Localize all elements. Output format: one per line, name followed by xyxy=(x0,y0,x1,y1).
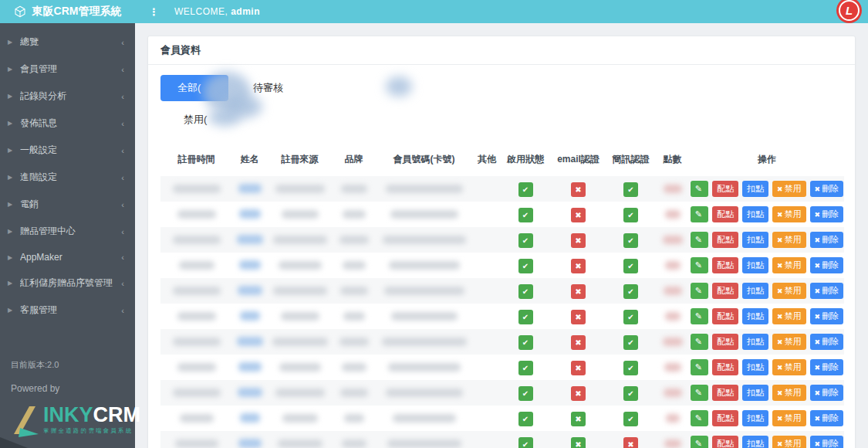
x-icon: ✖ xyxy=(815,211,821,219)
assign-points-button[interactable]: 配點 xyxy=(712,359,738,375)
assign-points-button[interactable]: 配點 xyxy=(712,181,738,197)
assign-points-button[interactable]: 配點 xyxy=(712,232,738,248)
deduct-points-button[interactable]: 扣點 xyxy=(742,283,768,299)
delete-button[interactable]: ✖刪除 xyxy=(810,181,844,197)
redacted-name-link[interactable] xyxy=(239,209,261,219)
column-header-brand: 品牌 xyxy=(333,141,375,176)
disable-button[interactable]: ✖禁用 xyxy=(772,181,806,197)
deduct-points-button[interactable]: 扣點 xyxy=(742,257,768,273)
check-icon: ✔ xyxy=(518,259,533,273)
disable-button[interactable]: ✖禁用 xyxy=(772,206,806,222)
disable-button[interactable]: ✖禁用 xyxy=(772,436,806,448)
sidebar-item-overview[interactable]: ▶總覽‹ xyxy=(0,29,135,56)
deduct-points-button[interactable]: 扣點 xyxy=(742,359,768,375)
delete-button[interactable]: ✖刪除 xyxy=(810,257,844,273)
tab-disabled[interactable]: 禁用( xyxy=(176,107,214,132)
edit-button[interactable]: ✎ xyxy=(691,359,708,375)
deduct-points-button[interactable]: 扣點 xyxy=(742,308,768,324)
disable-button[interactable]: ✖禁用 xyxy=(772,308,806,324)
sidebar-item-customer-service[interactable]: ▶客服管理‹ xyxy=(0,297,135,324)
deduct-points-button[interactable]: 扣點 xyxy=(742,385,768,401)
main-content: 會員資料 全部( 待審核 禁用( 註冊時間姓名註冊來源品牌會員號碼(卡號)其他啟… xyxy=(135,23,868,448)
redacted-name-link[interactable] xyxy=(237,235,263,244)
x-icon: ✖ xyxy=(571,412,586,426)
disable-button[interactable]: ✖禁用 xyxy=(772,385,806,401)
assign-points-button[interactable]: 配點 xyxy=(712,410,738,426)
delete-button[interactable]: ✖刪除 xyxy=(810,206,844,222)
deduct-points-button[interactable]: 扣點 xyxy=(742,410,768,426)
sidebar-item-telemarketing[interactable]: ▶電銷‹ xyxy=(0,191,135,218)
kebab-menu-icon[interactable]: ⋮ xyxy=(149,6,159,18)
deduct-points-button[interactable]: 扣點 xyxy=(742,181,768,197)
delete-button[interactable]: ✖刪除 xyxy=(810,410,844,426)
edit-button[interactable]: ✎ xyxy=(691,206,708,222)
assign-points-button[interactable]: 配點 xyxy=(712,283,738,299)
sidebar-item-member-management[interactable]: ▶會員管理‹ xyxy=(0,56,135,83)
disable-button[interactable]: ✖禁用 xyxy=(772,232,806,248)
redacted-name-link[interactable] xyxy=(240,413,260,423)
edit-button[interactable]: ✎ xyxy=(691,334,708,350)
sidebar-item-label: 記錄與分析 xyxy=(20,90,121,103)
sidebar-item-bonus-room-gift-serial[interactable]: ▶紅利儲房贈品序號管理‹ xyxy=(0,270,135,297)
disable-button[interactable]: ✖禁用 xyxy=(772,283,806,299)
edit-button[interactable]: ✎ xyxy=(691,308,708,324)
sidebar-item-gift-center[interactable]: ▶贈品管理中心‹ xyxy=(0,218,135,245)
delete-button[interactable]: ✖刪除 xyxy=(810,334,844,350)
deduct-points-button[interactable]: 扣點 xyxy=(742,206,768,222)
assign-points-button[interactable]: 配點 xyxy=(712,257,738,273)
logo-wordmark: INKYCRM xyxy=(43,405,140,426)
redacted-name-link[interactable] xyxy=(238,388,262,397)
edit-button[interactable]: ✎ xyxy=(691,257,708,273)
disable-button[interactable]: ✖禁用 xyxy=(772,334,806,350)
tab-all[interactable]: 全部( xyxy=(160,75,228,101)
assign-points-button[interactable]: 配點 xyxy=(712,436,738,448)
deduct-points-button[interactable]: 扣點 xyxy=(742,334,768,350)
column-header-register-time: 註冊時間 xyxy=(160,141,232,176)
delete-button[interactable]: ✖刪除 xyxy=(810,283,844,299)
assign-points-button[interactable]: 配點 xyxy=(712,206,738,222)
deduct-points-button[interactable]: 扣點 xyxy=(742,436,768,448)
redacted-name-link[interactable] xyxy=(239,260,261,270)
sidebar-item-publish-message[interactable]: ▶發佈訊息‹ xyxy=(0,110,135,137)
x-icon: ✖ xyxy=(571,182,586,197)
redacted-register-source xyxy=(273,287,327,295)
redacted-name-link[interactable] xyxy=(240,311,260,321)
x-icon: ✖ xyxy=(777,364,783,372)
edit-button[interactable]: ✎ xyxy=(691,410,708,426)
tab-pending[interactable]: 待審核 xyxy=(245,76,291,100)
redacted-points xyxy=(663,338,683,346)
sidebar-item-records-analysis[interactable]: ▶記錄與分析‹ xyxy=(0,83,135,110)
delete-button[interactable]: ✖刪除 xyxy=(810,359,844,375)
redacted-points xyxy=(666,414,680,423)
redacted-card-number xyxy=(387,440,461,448)
table-row: ✔✖✔✎配點扣點✖禁用✖刪除 xyxy=(160,380,844,406)
sidebar-item-advanced-settings[interactable]: ▶進階設定‹ xyxy=(0,164,135,191)
redacted-name-link[interactable] xyxy=(238,439,262,448)
linky-badge-icon[interactable]: L xyxy=(836,0,862,23)
assign-points-button[interactable]: 配點 xyxy=(712,308,738,324)
redacted-name-link[interactable] xyxy=(238,286,262,295)
edit-button[interactable]: ✎ xyxy=(691,283,708,299)
assign-points-button[interactable]: 配點 xyxy=(712,385,738,401)
sidebar-item-appmaker[interactable]: ▶AppMaker‹ xyxy=(0,245,135,270)
disable-button[interactable]: ✖禁用 xyxy=(772,359,806,375)
edit-button[interactable]: ✎ xyxy=(691,181,708,197)
edit-button[interactable]: ✎ xyxy=(691,232,708,248)
assign-points-button[interactable]: 配點 xyxy=(712,334,738,350)
redacted-brand xyxy=(344,414,364,423)
x-icon: ✖ xyxy=(571,437,586,448)
delete-button[interactable]: ✖刪除 xyxy=(810,436,844,448)
deduct-points-button[interactable]: 扣點 xyxy=(742,232,768,248)
redacted-name-link[interactable] xyxy=(238,184,262,193)
delete-button[interactable]: ✖刪除 xyxy=(810,308,844,324)
edit-button[interactable]: ✎ xyxy=(691,385,708,401)
edit-button[interactable]: ✎ xyxy=(691,436,708,448)
disable-button[interactable]: ✖禁用 xyxy=(772,257,806,273)
delete-button[interactable]: ✖刪除 xyxy=(810,385,844,401)
sidebar-item-general-settings[interactable]: ▶一般設定‹ xyxy=(0,137,135,164)
delete-button[interactable]: ✖刪除 xyxy=(810,232,844,248)
x-icon: ✖ xyxy=(815,236,821,244)
redacted-name-link[interactable] xyxy=(237,337,263,346)
redacted-name-link[interactable] xyxy=(238,362,262,372)
disable-button[interactable]: ✖禁用 xyxy=(772,410,806,426)
